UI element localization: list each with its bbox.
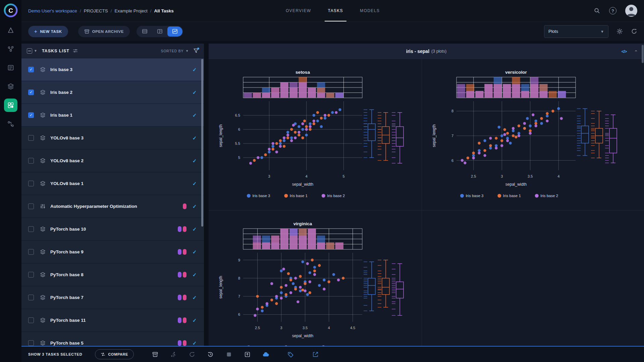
selected-count-label[interactable]: SHOW 3 TASKS SELECTED [28, 352, 82, 356]
user-avatar[interactable] [625, 5, 637, 17]
task-tag [178, 317, 181, 323]
task-checkbox[interactable] [28, 249, 34, 255]
breadcrumb-item[interactable]: Demo User's workspace [28, 8, 77, 13]
metric-type-dropdown[interactable]: Plots ▼ [544, 25, 608, 38]
table-view-icon[interactable] [137, 26, 152, 37]
new-task-button[interactable]: + NEW TASK [28, 26, 68, 37]
customize-columns-icon[interactable] [73, 48, 78, 53]
task-name[interactable]: Iris base 1 [50, 113, 72, 118]
svg-text:6.5: 6.5 [235, 113, 240, 117]
nav-projects-icon[interactable] [4, 42, 17, 56]
task-list-item[interactable]: ✓ Iris base 3 ✓ [21, 58, 204, 81]
task-checkbox[interactable] [28, 158, 34, 164]
task-name[interactable]: PyTorch base 8 [50, 272, 84, 277]
task-list-item[interactable]: PyTorch base 5 ✓ [21, 332, 204, 346]
svg-text:Iris base 2: Iris base 2 [540, 194, 558, 198]
task-name[interactable]: PyTorch base 11 [50, 318, 86, 323]
plot-cell-versicolor[interactable]: 6782.533.54versicolorsepal_widthsepal_le… [422, 59, 644, 210]
task-list-item[interactable]: YOLOv8 base 1 ✓ [21, 172, 204, 195]
task-checkbox[interactable] [28, 226, 34, 232]
nav-applications-icon[interactable] [4, 99, 17, 112]
task-name[interactable]: YOLOv8 base 1 [50, 181, 84, 186]
breadcrumb-item[interactable]: All Tasks [154, 8, 173, 13]
legend-item[interactable]: Iris base 2 [322, 194, 345, 198]
legend-item[interactable]: Iris base 3 [247, 194, 270, 198]
legend-item[interactable]: Iris base 2 [535, 194, 558, 198]
reset-icon[interactable] [207, 351, 214, 358]
nav-pipelines-icon[interactable] [4, 117, 17, 131]
open-archive-button[interactable]: OPEN ARCHIVE [78, 26, 130, 37]
task-type-icon [40, 158, 46, 164]
task-name[interactable]: YOLOv8 base 2 [50, 158, 84, 163]
task-list-item[interactable]: Automatic Hyperparameter Optimization ✓ [21, 195, 204, 218]
cloud-sync-icon[interactable] [262, 351, 269, 358]
stop-icon[interactable] [225, 351, 232, 358]
charts-view-icon[interactable] [167, 26, 182, 37]
plots-scrollbar[interactable] [642, 45, 644, 63]
task-name[interactable]: PyTorch base 9 [50, 249, 84, 254]
task-checkbox[interactable]: ✓ [28, 112, 34, 118]
help-icon[interactable]: ? [609, 7, 616, 14]
task-checkbox[interactable] [28, 272, 34, 278]
task-name[interactable]: PyTorch base 10 [50, 227, 86, 232]
nav-datasets-icon[interactable] [4, 80, 17, 93]
search-icon[interactable] [594, 7, 600, 14]
sorted-by-dropdown[interactable]: SORTED BY ▼ [161, 49, 189, 53]
view-mode-toggle [137, 26, 183, 37]
legend-item[interactable]: Iris base 3 [460, 194, 484, 198]
task-list-item[interactable]: PyTorch base 8 ✓ [21, 263, 204, 286]
split-view-icon[interactable] [152, 26, 167, 37]
clearml-logo[interactable]: C [3, 3, 18, 18]
task-name[interactable]: PyTorch base 5 [50, 341, 84, 346]
plot-cell-setosa[interactable]: 55.566.5345setosasepal_widthsepal_length… [209, 59, 422, 210]
task-checkbox[interactable]: ✓ [28, 67, 34, 72]
task-name[interactable]: YOLOv8 base 3 [50, 135, 84, 140]
retry-icon[interactable] [188, 351, 196, 358]
task-name[interactable]: Automatic Hyperparameter Optimization [50, 204, 137, 209]
task-list-item[interactable]: PyTorch base 11 ✓ [21, 309, 204, 332]
plot-cell-virginica[interactable]: 67892.533.544.5virginicasepal_widthsepal… [209, 210, 422, 346]
archive-icon[interactable] [151, 351, 159, 358]
task-tag [178, 226, 181, 232]
task-checkbox[interactable] [28, 203, 34, 209]
task-list-item[interactable]: PyTorch base 10 ✓ [21, 218, 204, 241]
tab-overview[interactable]: OVERVIEW [280, 0, 317, 21]
task-checkbox[interactable] [28, 295, 34, 300]
collapse-chevron-up-icon[interactable]: ⌃ [634, 49, 638, 55]
task-list-item[interactable]: ✓ Iris base 2 ✓ [21, 81, 204, 104]
publish-icon[interactable] [244, 351, 251, 358]
breadcrumb-item[interactable]: PROJECTS [84, 8, 108, 13]
breadcrumb-item[interactable]: Example Project [114, 8, 147, 13]
task-checkbox[interactable] [28, 135, 34, 141]
embed-code-icon[interactable]: </> [621, 49, 627, 54]
abort-icon[interactable] [170, 351, 177, 358]
task-checkbox[interactable]: ✓ [28, 89, 34, 95]
legend-item[interactable]: Iris base 1 [497, 194, 521, 198]
legend-item[interactable]: Iris base 1 [284, 194, 308, 198]
filter-funnel-icon[interactable] [194, 48, 199, 53]
task-checkbox[interactable] [28, 317, 34, 323]
tags-icon[interactable] [287, 351, 294, 358]
nav-reports-icon[interactable] [4, 61, 17, 74]
selection-menu-caret-icon[interactable]: ▼ [34, 49, 37, 53]
tab-models[interactable]: MODELS [354, 0, 386, 21]
select-all-checkbox[interactable] [27, 48, 32, 54]
nav-dashboard-icon[interactable] [4, 23, 17, 37]
task-name[interactable]: Iris base 2 [50, 90, 72, 95]
task-list-item[interactable]: YOLOv8 base 2 ✓ [21, 149, 204, 172]
task-list-item[interactable]: PyTorch base 7 ✓ [21, 286, 204, 309]
tasks-list-scrollbar[interactable] [201, 59, 203, 227]
task-checkbox[interactable] [28, 340, 34, 346]
move-to-icon[interactable] [312, 351, 319, 358]
task-list-item[interactable]: YOLOv8 base 3 ✓ [21, 127, 204, 149]
tab-tasks[interactable]: TASKS [322, 0, 349, 21]
task-list-item[interactable]: PyTorch base 9 ✓ [21, 241, 204, 263]
task-checkbox[interactable] [28, 181, 34, 186]
compare-button[interactable]: COMPARE [95, 349, 134, 359]
auto-refresh-icon[interactable] [631, 28, 637, 35]
svg-text:4.5: 4.5 [350, 326, 355, 330]
task-name[interactable]: PyTorch base 7 [50, 295, 84, 300]
task-list-item[interactable]: ✓ Iris base 1 ✓ [21, 104, 204, 127]
task-name[interactable]: Iris base 3 [50, 67, 72, 72]
settings-gear-icon[interactable] [616, 28, 623, 35]
